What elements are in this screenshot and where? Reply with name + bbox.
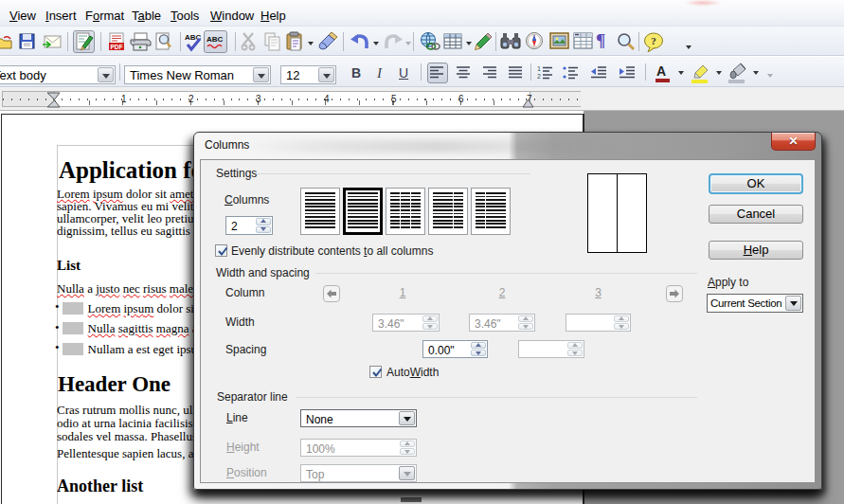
svg-text:?: ? (651, 35, 656, 46)
svg-text:ABC: ABC (207, 35, 224, 44)
svg-text:2: 2 (537, 73, 541, 80)
svg-text:1: 1 (537, 65, 541, 72)
svg-text:PDF: PDF (111, 44, 123, 50)
